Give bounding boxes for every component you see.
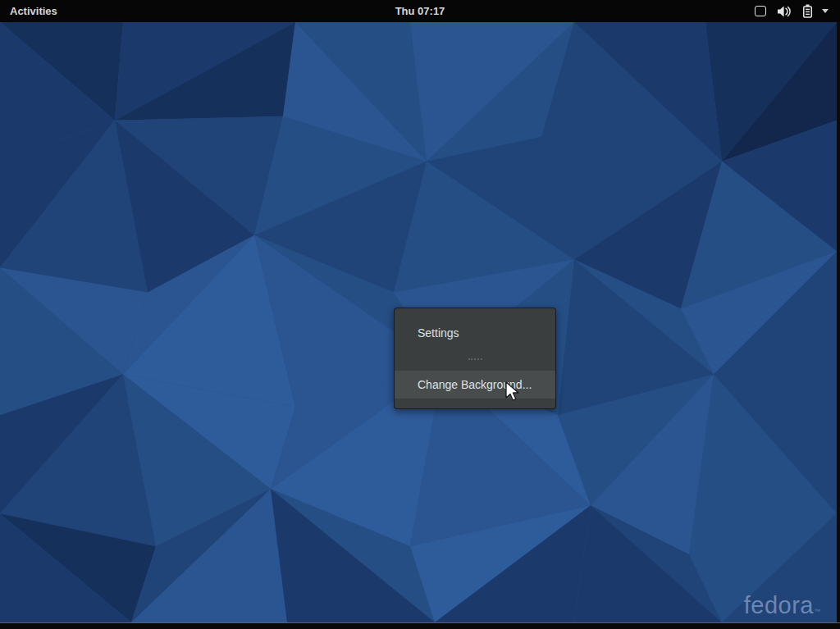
menu-item-change-background[interactable]: Change Background... (395, 371, 555, 399)
chevron-down-icon (822, 9, 829, 13)
system-status-area[interactable] (755, 0, 840, 22)
top-bar: Activities Thu 07:17 (0, 0, 840, 22)
fedora-logo: fedora™ (744, 592, 820, 619)
fedora-logo-text: fedora (744, 592, 814, 618)
volume-icon (777, 6, 792, 17)
clock[interactable]: Thu 07:17 (395, 0, 445, 22)
trademark-symbol: ™ (814, 608, 820, 615)
menu-separator (395, 347, 555, 371)
activities-button[interactable]: Activities (0, 0, 67, 22)
screen-edge-bottom (0, 622, 840, 629)
menu-item-settings[interactable]: Settings (395, 319, 555, 347)
screen-edge-right (837, 22, 840, 629)
screen-icon (755, 6, 766, 16)
desktop-context-menu: Settings Change Background... (394, 308, 556, 409)
battery-icon (802, 4, 813, 18)
